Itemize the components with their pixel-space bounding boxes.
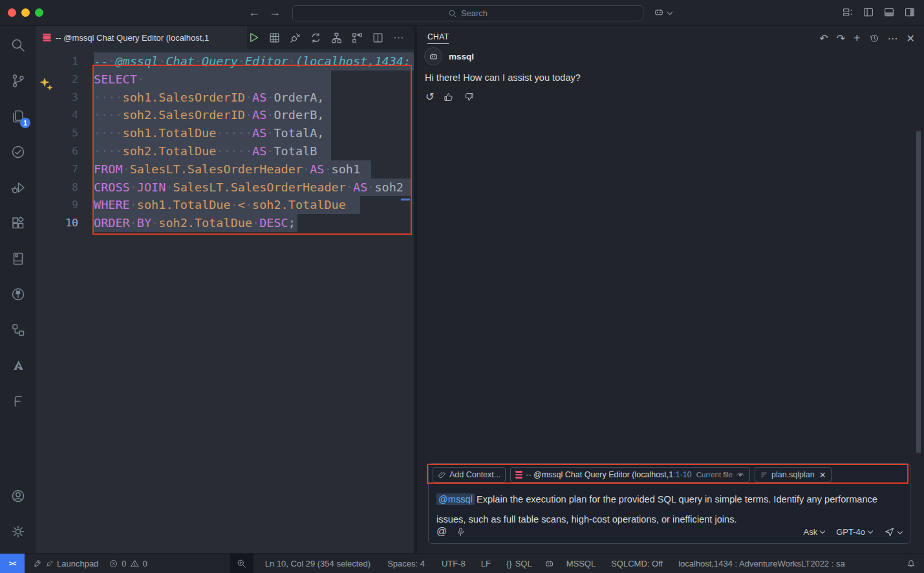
toggle-primary-sidebar-icon[interactable]	[863, 6, 874, 18]
remove-attachment-icon[interactable]: ✕	[819, 470, 826, 480]
remote-indicator[interactable]: ><	[0, 554, 25, 573]
mention-token: @mssql	[436, 493, 475, 505]
prompt-text: Explain the execution plan for the provi…	[436, 494, 877, 524]
cursor-position[interactable]: Ln 10, Col 29 (354 selected)	[265, 559, 371, 568]
command-center-search[interactable]: Search	[292, 5, 643, 21]
mssql-status-item[interactable]: MSSQL	[566, 559, 596, 568]
notifications-bell[interactable]	[906, 558, 916, 568]
toggle-secondary-sidebar-icon[interactable]	[904, 6, 916, 18]
sidebar-item-explorer[interactable]: 1	[0, 98, 36, 134]
database-icon	[43, 34, 51, 42]
sidebar-item-github[interactable]	[0, 276, 36, 312]
editor-tab-bar: -- @mssql Chat Query Editor (localhost,1	[36, 26, 414, 49]
indentation-status[interactable]: Spaces: 4	[387, 559, 425, 568]
chat-input-text[interactable]: @mssqlExplain the execution plan for the…	[436, 490, 903, 530]
sidebar-item-remote-explorer[interactable]	[0, 312, 36, 347]
connect-plug-icon[interactable]	[289, 32, 301, 44]
chevron-down-icon	[868, 528, 873, 533]
code-line: ····soh2.SalesOrderID·AS·OrderB,	[94, 106, 414, 124]
editor-cursor	[401, 199, 410, 200]
connection-status-item[interactable]: localhost,1434 : AdventureWorksLT2022 : …	[678, 559, 845, 568]
chat-input-container[interactable]: Add Context... -- @mssql Chat Query Edit…	[428, 463, 910, 544]
code-line: ····soh2.TotalDue·····AS·TotalB	[94, 142, 414, 160]
bell-icon	[906, 558, 916, 568]
sidebar-item-mssql-tasks[interactable]	[0, 134, 36, 169]
zoom-window-button[interactable]	[35, 8, 43, 17]
thumbs-up-icon[interactable]	[444, 92, 454, 102]
eye-icon[interactable]	[736, 470, 745, 479]
regenerate-icon[interactable]: ↺	[425, 91, 434, 103]
more-actions-icon[interactable]	[392, 32, 405, 44]
toggle-panel-icon[interactable]	[883, 6, 895, 18]
sidebar-item-source-control[interactable]	[0, 63, 36, 98]
sidebar-item-search[interactable]	[0, 27, 36, 63]
attached-file-chip[interactable]: -- @mssql Chat Query Editor (localhost,1…	[510, 467, 750, 482]
code-editor[interactable]: 12345678910 --·@mssql·Chat·Query·Editor·…	[36, 49, 414, 553]
model-picker[interactable]: GPT-4o	[836, 527, 872, 537]
thumbs-down-icon[interactable]	[464, 92, 474, 102]
code-line: SELECT·	[94, 70, 414, 89]
eol-status[interactable]: LF	[481, 559, 491, 568]
sidebar-item-azure[interactable]	[0, 347, 36, 383]
attached-plan-chip[interactable]: plan.sqlplan ✕	[755, 467, 832, 482]
sidebar-item-notebooks[interactable]	[0, 241, 36, 276]
sidebar-item-settings[interactable]	[0, 514, 36, 549]
copilot-status-item[interactable]	[544, 558, 555, 569]
sqlcmd-status-item[interactable]: SQLCMD: Off	[611, 559, 663, 568]
copilot-menu-button[interactable]	[653, 6, 672, 18]
encoding-status[interactable]: UTF-8	[442, 559, 466, 568]
activity-bar: 1	[0, 26, 36, 553]
microphone-icon[interactable]	[456, 527, 466, 537]
editor-gutter: 12345678910	[36, 52, 78, 232]
github-icon	[10, 286, 26, 302]
close-icon[interactable]: ✕	[907, 32, 915, 45]
code-line: ····soh1.TotalDue·····AS·TotalA,	[94, 124, 414, 142]
launchpad-status-item[interactable]: Launchpad	[32, 559, 98, 568]
run-query-icon[interactable]	[247, 31, 260, 44]
fabric-icon	[10, 393, 26, 409]
sidebar-item-fabric[interactable]	[0, 383, 36, 418]
paperclip-icon	[438, 471, 446, 479]
code-line: ORDER·BY·soh2.TotalDue·DESC;	[94, 214, 414, 232]
minimize-window-button[interactable]	[21, 8, 30, 17]
customize-layout-icon[interactable]	[842, 6, 854, 18]
mention-context-icon[interactable]: @	[436, 526, 447, 537]
run-debug-icon	[10, 180, 26, 195]
history-icon[interactable]	[869, 33, 879, 43]
tab-chat[interactable]: CHAT	[427, 32, 449, 44]
sidebar-item-run-debug[interactable]	[0, 169, 36, 205]
send-button[interactable]	[884, 526, 902, 537]
more-icon[interactable]: ⋯	[888, 32, 898, 45]
add-context-button[interactable]: Add Context...	[433, 467, 506, 482]
chat-panel: CHAT ↶ ↷ + ⋯ ✕ mssql Hi there! How can I…	[417, 26, 924, 553]
split-editor-icon[interactable]	[372, 32, 384, 44]
attached-plan-label: plan.sqlplan	[771, 470, 815, 479]
problems-status-item[interactable]: 0 0	[109, 559, 147, 568]
back-icon[interactable]: ←	[248, 6, 260, 19]
account-icon	[10, 488, 26, 504]
results-grid-icon[interactable]	[268, 32, 281, 44]
notebook-icon	[10, 251, 26, 266]
forward-icon[interactable]: →	[269, 6, 281, 19]
braces-icon: {}	[506, 559, 512, 568]
check-circle-icon	[10, 144, 26, 160]
search-icon	[10, 38, 26, 53]
query-plan-icon[interactable]	[351, 32, 363, 44]
sidebar-item-account[interactable]	[0, 478, 36, 514]
estimated-plan-icon[interactable]	[310, 32, 322, 44]
chat-scrollbar[interactable]	[916, 131, 921, 453]
new-chat-icon[interactable]: +	[854, 32, 861, 45]
language-mode[interactable]: {} SQL	[506, 559, 532, 568]
close-window-button[interactable]	[8, 8, 16, 17]
undo-icon[interactable]: ↶	[819, 32, 828, 45]
schema-designer-icon[interactable]	[330, 32, 343, 44]
editor-tab[interactable]: -- @mssql Chat Query Editor (localhost,1	[36, 26, 247, 49]
error-icon	[109, 559, 118, 568]
zoom-status-item[interactable]	[230, 554, 253, 573]
add-context-label: Add Context...	[449, 470, 500, 479]
chat-message-text: Hi there! How can I assist you today?	[425, 72, 581, 83]
mode-picker[interactable]: Ask	[804, 527, 825, 537]
sidebar-item-extensions[interactable]	[0, 205, 36, 241]
send-icon	[884, 526, 895, 537]
redo-icon[interactable]: ↷	[837, 32, 845, 45]
